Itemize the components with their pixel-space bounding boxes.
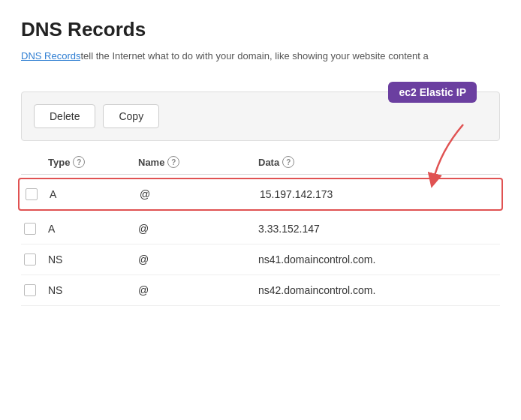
cell-name-0: @	[140, 188, 260, 200]
table-header: Type ? Name ? Data ?	[21, 156, 500, 175]
data-help-icon[interactable]: ?	[282, 156, 294, 168]
cell-type-2: NS	[48, 254, 138, 266]
dns-records-link[interactable]: DNS Records	[21, 50, 80, 62]
copy-button[interactable]: Copy	[103, 104, 159, 128]
callout-tooltip: ec2 Elastic IP	[388, 82, 477, 103]
cell-data-2: ns41.domaincontrol.com.	[258, 254, 500, 266]
type-help-icon[interactable]: ?	[73, 156, 85, 168]
col-type: Type ?	[48, 156, 138, 168]
toolbar: Delete Copy ec2 Elastic IP	[21, 92, 500, 141]
table-row: A @ 3.33.152.147	[21, 214, 500, 244]
name-help-icon[interactable]: ?	[167, 156, 179, 168]
table-row: NS @ ns42.domaincontrol.com.	[21, 275, 500, 306]
cell-name-1: @	[138, 223, 258, 235]
cell-type-3: NS	[48, 284, 138, 296]
page-title: DNS Records	[21, 18, 500, 41]
cell-name-2: @	[138, 254, 258, 266]
row-checkbox-2[interactable]	[24, 254, 36, 266]
row-checkbox-0[interactable]	[26, 188, 38, 200]
col-name: Name ?	[138, 156, 258, 168]
cell-type-0: A	[50, 188, 140, 200]
delete-button[interactable]: Delete	[34, 104, 95, 128]
dns-table: Type ? Name ? Data ? A @ 15.197.142.173 …	[21, 156, 500, 306]
row-checkbox-1[interactable]	[24, 223, 36, 235]
row-checkbox-3[interactable]	[24, 284, 36, 296]
table-row: NS @ ns41.domaincontrol.com.	[21, 244, 500, 275]
cell-data-1: 3.33.152.147	[258, 223, 500, 235]
cell-type-1: A	[48, 223, 138, 235]
cell-data-0: 15.197.142.173	[260, 188, 498, 200]
description-suffix: tell the Internet what to do with your d…	[80, 50, 428, 76]
table-row: A @ 15.197.142.173	[18, 178, 503, 211]
col-data: Data ?	[258, 156, 500, 168]
cell-data-3: ns42.domaincontrol.com.	[258, 284, 500, 296]
cell-name-3: @	[138, 284, 258, 296]
